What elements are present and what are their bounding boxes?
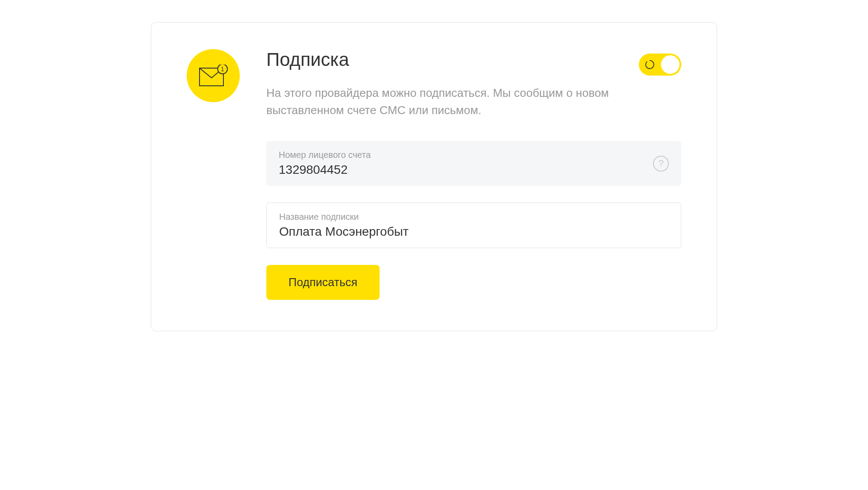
subscription-icon-circle: 1 [187,49,240,102]
account-number-field: Номер лицевого счета 1329804452 ? [266,141,681,186]
card-description: На этого провайдера можно подписаться. М… [266,84,629,119]
help-icon[interactable]: ? [653,156,669,172]
subscription-name-label: Название подписки [279,212,668,222]
envelope-notification-icon: 1 [199,65,228,87]
account-number-label: Номер лицевого счета [279,150,669,160]
subscription-card: 1 Подписка На этого провайдера можно под… [151,22,717,331]
header-content: Подписка На этого провайдера можно подпи… [266,49,681,119]
spinner-icon [645,60,655,69]
subscribe-button[interactable]: Подписаться [266,265,380,300]
form-section: Номер лицевого счета 1329804452 ? Назван… [266,141,681,300]
subscription-toggle[interactable] [639,54,681,76]
card-title: Подписка [266,49,681,70]
subscription-name-field[interactable]: Название подписки [266,203,681,248]
account-number-value: 1329804452 [279,163,669,177]
toggle-knob [661,55,680,74]
svg-text:1: 1 [221,65,224,73]
header-row: 1 Подписка На этого провайдера можно под… [187,49,681,119]
subscription-name-input[interactable] [279,225,668,239]
